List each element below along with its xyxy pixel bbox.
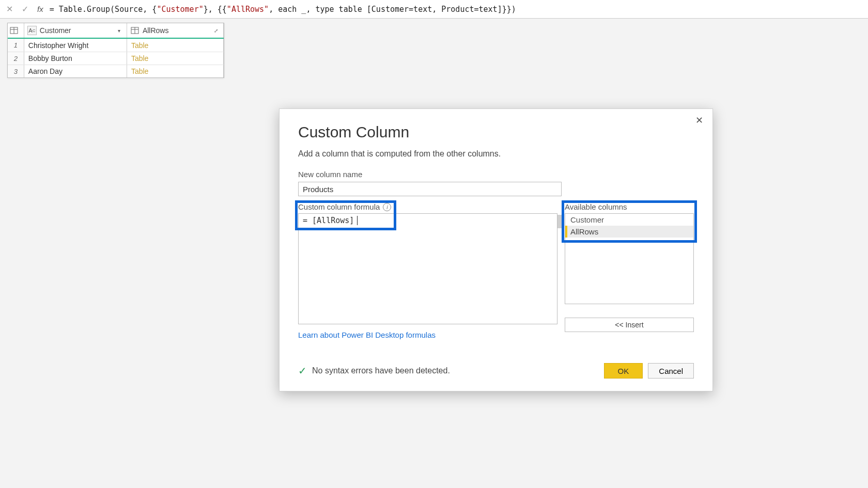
new-column-name-label: New column name (298, 170, 694, 179)
syntax-status: No syntax errors have been detected. (312, 366, 450, 375)
formula-text[interactable]: = Table.Group(Source, {"Customer"}, {{"A… (50, 5, 516, 14)
chevron-down-icon[interactable]: ▾ (115, 26, 123, 35)
table-row[interactable]: 3 Aaron Day Table (8, 65, 224, 77)
available-columns-label: Available columns (565, 202, 694, 211)
info-icon[interactable]: i (383, 203, 391, 211)
dialog-description: Add a column that is computed from the o… (298, 149, 694, 159)
available-column-item[interactable]: AllRows (565, 226, 693, 238)
cancel-button[interactable]: Cancel (648, 363, 694, 379)
formula-input[interactable]: = [AllRows] (298, 213, 557, 324)
insert-button[interactable]: << Insert (565, 318, 694, 332)
row-index-header[interactable] (8, 23, 24, 38)
available-column-item[interactable]: Customer (565, 214, 693, 226)
text-caret (357, 216, 358, 225)
data-grid: AC Customer ▾ AllRows ⤢ 1 Christopher Wr… (7, 23, 224, 78)
table-row[interactable]: 2 Bobby Burton Table (8, 52, 224, 65)
text-type-icon: AC (27, 26, 37, 35)
learn-link[interactable]: Learn about Power BI Desktop formulas (298, 330, 436, 339)
scrollbar-thumb[interactable] (557, 215, 562, 228)
dialog-title: Custom Column (298, 123, 694, 141)
column-header-allrows[interactable]: AllRows ⤢ (127, 23, 224, 38)
expand-icon[interactable]: ⤢ (212, 26, 220, 35)
table-row[interactable]: 1 Christopher Wright Table (8, 39, 224, 52)
available-columns-list: Customer AllRows (565, 213, 694, 304)
table-type-icon (130, 26, 140, 35)
column-header-customer[interactable]: AC Customer ▾ (24, 23, 127, 38)
new-column-name-input[interactable] (298, 182, 562, 196)
ok-button[interactable]: OK (604, 363, 643, 379)
cancel-formula-icon[interactable]: ✕ (3, 3, 16, 15)
fx-label: fx (37, 5, 43, 13)
grid-header: AC Customer ▾ AllRows ⤢ (8, 23, 224, 39)
close-icon[interactable]: ✕ (693, 114, 705, 127)
custom-column-dialog: ✕ Custom Column Add a column that is com… (279, 108, 713, 391)
accept-formula-icon[interactable]: ✓ (19, 3, 31, 15)
check-icon: ✓ (298, 365, 307, 377)
table-icon (9, 26, 19, 35)
formula-bar: ✕ ✓ fx = Table.Group(Source, {"Customer"… (0, 0, 868, 19)
formula-label: Custom column formula i (298, 202, 557, 211)
